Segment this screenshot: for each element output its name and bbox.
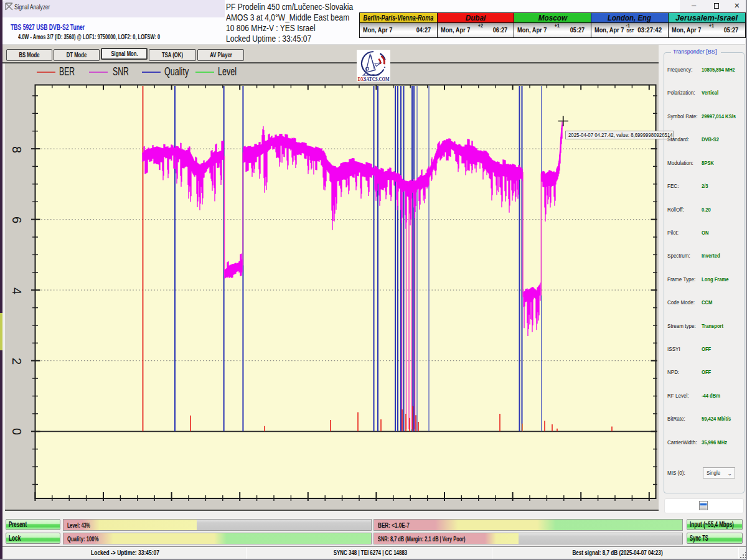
svg-text:DXSATCS.COM: DXSATCS.COM bbox=[358, 76, 390, 82]
